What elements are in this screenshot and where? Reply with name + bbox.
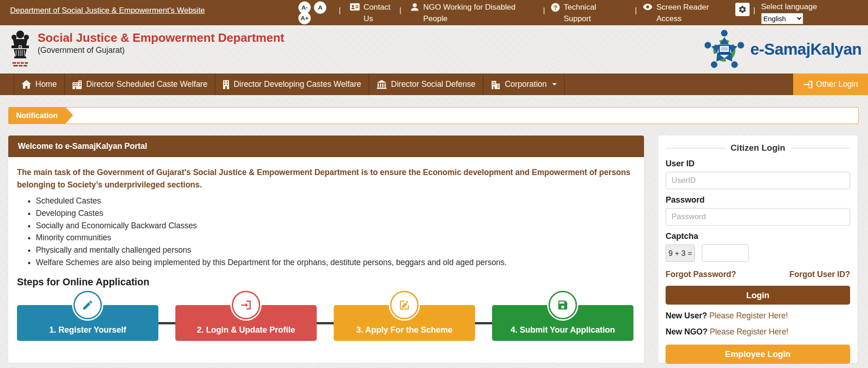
esamajkalyan-logo-mark [703,28,745,70]
nav-director-developing-castes-welfare[interactable]: Director Developing Castes Welfare [215,74,369,95]
list-item: Scheduled Castes [36,195,635,207]
site-header: Social Justice & Empowerment Department … [0,25,868,74]
caret-down-icon [552,83,557,85]
separator: | [543,6,545,15]
nav-director-scheduled-caste-welfare-label: Director Scheduled Caste Welfare [86,79,207,89]
screen-reader-label: Screen Reader Access [656,1,715,24]
technical-support-link[interactable]: ? Technical Support [551,1,605,24]
separator: | [753,6,755,15]
technical-support-label: Technical Support [564,1,605,24]
edit-icon [398,299,410,311]
notification-arrow [66,107,73,124]
step-apply-for-scheme-label: 3. Apply For the Scheme [334,325,475,335]
captcha-question: 9 + 3 = [666,244,695,262]
notification-label: Notification [8,107,66,124]
divider [791,148,850,148]
list-item: Welfare Schemes are also being implement… [36,256,635,269]
captcha-row: 9 + 3 = [666,244,850,262]
separator: | [399,6,401,15]
contact-us-label: Contact Us [364,1,398,24]
esamajkalyan-logo-text: e-SamajKalyan [750,40,862,58]
step-register-yourself-label: 1. Register Yourself [17,325,158,335]
signin-icon [803,80,812,89]
list-item: Socially and Economically Backward Class… [36,220,635,232]
citizen-login-panel: Citizen Login User ID Password Captcha 9… [658,136,857,363]
language-select[interactable]: English [761,13,803,24]
ngo-disabled-label: NGO Working for Disabled People [423,1,521,24]
esamajkalyan-logo[interactable]: e-SamajKalyan [703,28,862,70]
welcome-panel: Welcome to e-SamajKalyan Portal The main… [8,136,644,363]
step-submit-application[interactable]: 4. Submit Your Application [492,305,633,341]
step-register-yourself[interactable]: 1. Register Yourself [17,305,158,341]
building-icon [72,80,82,89]
welcome-panel-body: The main task of the Government of Gujar… [8,157,644,348]
save-icon [557,299,569,311]
password-input[interactable] [666,208,850,226]
divider [666,148,725,148]
contact-card-icon [350,3,360,11]
svg-text:?: ? [554,4,557,11]
accessibility-settings-button[interactable] [735,3,750,16]
captcha-label: Captcha [666,232,850,241]
register-ngo-link[interactable]: Please Register Here! [710,327,788,336]
list-item: Minority communities [36,232,635,244]
new-user-row: New User? Please Register Here! [666,311,850,321]
separator: | [339,6,341,15]
step-login-update-profile[interactable]: 2. Login & Update Profile [175,305,317,341]
forgot-user-id-link[interactable]: Forgot User ID? [790,270,850,279]
contact-us-link[interactable]: Contact Us [350,1,398,24]
nav-home[interactable]: Home [14,74,65,95]
bank-icon [376,80,387,89]
list-item: Developing Castes [36,207,635,220]
pencil-icon [82,299,94,311]
corporation-icon [491,80,501,89]
signin-icon [240,299,252,311]
employee-login-button[interactable]: Employee Login [666,345,850,364]
register-user-link[interactable]: Please Register Here! [709,311,788,320]
nav-home-label: Home [35,79,57,89]
other-login-label: Other Login [816,79,858,89]
password-label: Password [666,195,850,205]
steps-row: 1. Register Yourself 2. Login & Update P… [17,290,635,348]
nav-director-developing-castes-welfare-label: Director Developing Castes Welfare [234,79,361,89]
step-login-update-profile-label: 2. Login & Update Profile [175,325,317,335]
page-title: Social Justice & Empowerment Department [38,31,284,45]
home-icon [22,80,31,89]
step-submit-application-label: 4. Submit Your Application [492,325,633,335]
other-login-button[interactable]: Other Login [793,74,868,95]
department-website-link[interactable]: Department of Social Justice & Empowerme… [10,6,205,15]
main-nav: Home Director Scheduled Caste Welfare Di… [0,74,868,95]
eye-icon [643,3,653,11]
steps-title: Steps for Online Application [17,277,635,288]
font-increase-button[interactable]: A+ [298,12,311,24]
step-apply-for-scheme[interactable]: 3. Apply For the Scheme [334,305,475,341]
separator: | [635,6,637,15]
intro-text: The main task of the Government of Gujar… [17,166,632,191]
new-ngo-prefix: New NGO? [666,327,707,336]
page-subtitle: (Government of Gujarat) [38,45,125,55]
nav-corporation[interactable]: Corporation [483,74,565,95]
welcome-panel-title: Welcome to e-SamajKalyan Portal [8,136,644,157]
forgot-links-row: Forgot Password? Forgot User ID? [666,270,850,279]
screen-reader-link[interactable]: Screen Reader Access [643,1,715,24]
top-bar: Department of Social Justice & Empowerme… [0,0,868,25]
new-ngo-row: New NGO? Please Register Here! [666,327,850,337]
font-normal-button[interactable]: A [314,1,326,14]
citizen-login-title: Citizen Login [730,143,785,153]
login-button[interactable]: Login [666,286,850,305]
list-item: Physically and mentally challenged perso… [36,244,635,256]
question-circle-icon: ? [551,3,560,12]
forgot-password-link[interactable]: Forgot Password? [666,270,736,279]
nav-director-social-defense-label: Director Social Defense [391,79,476,89]
nav-director-social-defense[interactable]: Director Social Defense [369,74,483,95]
nav-corporation-label: Corporation [505,79,547,89]
nav-director-scheduled-caste-welfare[interactable]: Director Scheduled Caste Welfare [65,74,215,95]
user-icon [410,3,420,11]
user-id-input[interactable] [666,172,850,189]
language-label: Select language [761,2,817,11]
ngo-disabled-link[interactable]: NGO Working for Disabled People [410,1,521,24]
citizen-login-header: Citizen Login [666,143,850,153]
captcha-input[interactable] [702,244,749,262]
notification-bar: Notification [8,107,859,124]
india-emblem-logo [10,29,31,70]
